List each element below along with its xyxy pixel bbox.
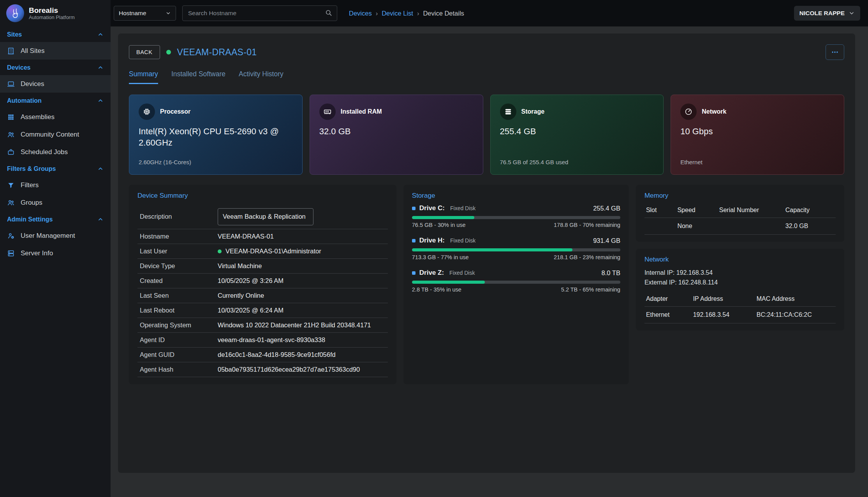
sidebar-section-admin-settings[interactable]: Admin Settings — [0, 211, 111, 227]
stat-value: Intel(R) Xeon(R) CPU E5-2690 v3 @ 2.60GH… — [139, 126, 293, 148]
back-button[interactable]: BACK — [129, 45, 160, 59]
section-label: Admin Settings — [7, 216, 53, 223]
row-value: 05ba0e7935171d626ecea29b27d7ae175363cd90 — [218, 366, 360, 373]
row-label: Agent Hash — [140, 366, 218, 373]
cpu-icon — [139, 104, 155, 120]
sidebar-section-devices[interactable]: Devices — [0, 60, 111, 75]
processor-card: Processor Intel(R) Xeon(R) CPU E5-2690 v… — [129, 95, 303, 175]
sidebar-item-filters[interactable]: Filters — [0, 176, 111, 194]
people-icon — [7, 131, 16, 139]
row-label: Agent GUID — [140, 351, 218, 358]
sidebar-item-all-sites[interactable]: All Sites — [0, 42, 111, 60]
chevron-up-icon — [97, 166, 104, 172]
chevron-up-icon — [97, 98, 104, 104]
summary-row: Hostname VEEAM-DRAAS-01 — [137, 229, 388, 244]
sidebar-item-groups[interactable]: Groups — [0, 194, 111, 211]
tab-installed-software[interactable]: Installed Software — [171, 70, 225, 84]
device-details-panel: BACK VEEAM-DRAAS-01 Summary Installed So… — [118, 33, 855, 473]
drive-size: 8.0 TB — [602, 269, 620, 277]
breadcrumb-devices[interactable]: Devices — [349, 10, 372, 17]
search-field-select[interactable]: Hostname — [114, 6, 176, 21]
col-header: Speed — [677, 207, 719, 214]
sidebar-item-assemblies[interactable]: Assemblies — [0, 108, 111, 126]
drive-remaining: 178.8 GB - 70% remaining — [554, 222, 620, 228]
drive-used: 2.8 TB - 35% in use — [412, 286, 461, 293]
ram-icon — [319, 104, 336, 120]
stat-value: 10 Gbps — [680, 126, 835, 137]
sidebar-item-community-content[interactable]: Community Content — [0, 126, 111, 143]
panel-title: Memory — [644, 192, 836, 200]
col-header: Adapter — [646, 295, 693, 302]
tab-activity-history[interactable]: Activity History — [239, 70, 283, 84]
drive-remaining: 218.1 GB - 23% remaining — [554, 254, 620, 260]
search-input[interactable] — [182, 5, 337, 21]
storage-stack-icon — [500, 104, 516, 120]
sidebar-item-user-management[interactable]: User Management — [0, 227, 111, 244]
summary-row: Last Seen Currently Online — [137, 288, 388, 303]
row-value: Currently Online — [218, 292, 264, 299]
drive-type: Fixed Disk — [450, 237, 475, 244]
more-horizontal-icon — [831, 48, 839, 56]
tab-bar: Summary Installed Software Activity Hist… — [129, 70, 844, 84]
drive-remaining: 5.2 TB - 65% remaining — [561, 286, 620, 293]
drive-used: 713.3 GB - 77% in use — [412, 254, 469, 260]
ram-card: Installed RAM 32.0 GB — [310, 95, 483, 175]
chevron-up-icon — [97, 65, 104, 71]
grid-icon — [7, 113, 16, 121]
drive-usage-bar — [412, 248, 620, 251]
cell-adapter: Ethernet — [646, 311, 693, 318]
col-header: IP Address — [693, 295, 757, 302]
brand-text: Borealis Automation Platform — [29, 6, 75, 21]
sidebar-item-label: User Management — [21, 232, 75, 240]
drive-name: Drive C: — [419, 204, 445, 212]
tab-summary[interactable]: Summary — [129, 70, 158, 84]
network-table-header: Adapter IP Address MAC Address — [644, 293, 836, 307]
laptop-icon — [7, 80, 16, 88]
sidebar: Borealis Automation Platform Sites All S… — [0, 0, 111, 497]
storage-card: Storage 255.4 GB 76.5 GB of 255.4 GB use… — [490, 95, 664, 175]
sidebar-item-devices[interactable]: Devices — [0, 75, 111, 93]
user-gear-icon — [7, 232, 16, 240]
drive-type: Fixed Disk — [449, 270, 475, 276]
memory-table-header: Slot Speed Serial Number Capacity — [644, 204, 836, 218]
row-value: 10/05/2025 @ 3:26 AM — [218, 277, 283, 285]
user-menu-button[interactable]: NICOLE RAPPE — [794, 6, 860, 21]
sidebar-section-filters-groups[interactable]: Filters & Groups — [0, 161, 111, 176]
sidebar-section-automation[interactable]: Automation — [0, 93, 111, 108]
building-icon — [7, 47, 16, 55]
summary-row: Agent ID veeam-draas-01-agent-svc-8930a3… — [137, 333, 388, 348]
breadcrumb-device-list[interactable]: Device List — [382, 10, 413, 17]
drive-name: Drive Z: — [419, 269, 444, 277]
stat-value: 255.4 GB — [500, 126, 654, 137]
more-actions-button[interactable] — [826, 44, 844, 60]
stat-footer — [319, 159, 474, 166]
summary-row-last-user: Last User VEEAM-DRAAS-01\Administrator — [137, 244, 388, 259]
description-input[interactable] — [218, 208, 313, 225]
summary-row: Agent Hash 05ba0e7935171d626ecea29b27d7a… — [137, 362, 388, 377]
drive-usage-bar — [412, 281, 620, 284]
summary-row: Created 10/05/2025 @ 3:26 AM — [137, 274, 388, 288]
summary-row: Device Type Virtual Machine — [137, 259, 388, 274]
sidebar-section-sites[interactable]: Sites — [0, 26, 111, 42]
sidebar-item-server-info[interactable]: Server Info — [0, 244, 111, 262]
memory-panel: Memory Slot Speed Serial Number Capacity… — [636, 185, 844, 242]
sidebar-item-label: Scheduled Jobs — [21, 148, 68, 156]
briefcase-icon — [7, 148, 16, 156]
top-bar: Hostname Devices › Device List › Device … — [111, 0, 868, 26]
drive-bullet-icon — [412, 239, 416, 242]
sidebar-item-scheduled-jobs[interactable]: Scheduled Jobs — [0, 143, 111, 161]
storage-panel: Storage Drive C: Fixed Disk 255.4 GB 76.… — [403, 185, 629, 384]
network-panel: Network Internal IP: 192.168.3.54 Extern… — [636, 249, 844, 330]
panel-title: Storage — [412, 192, 620, 200]
col-header: Serial Number — [719, 207, 785, 214]
row-label: Last User — [140, 248, 218, 255]
drive-bullet-icon — [412, 271, 416, 275]
drive-row-z: Drive Z: Fixed Disk 8.0 TB 2.8 TB - 35% … — [412, 269, 620, 293]
drive-usage-bar — [412, 216, 620, 219]
server-icon — [7, 249, 16, 257]
brand-name: Borealis — [29, 6, 75, 15]
search-field-select-value: Hostname — [119, 10, 146, 17]
drive-size: 931.4 GB — [593, 237, 620, 244]
row-label: Description — [140, 213, 218, 220]
section-label: Devices — [7, 64, 31, 71]
